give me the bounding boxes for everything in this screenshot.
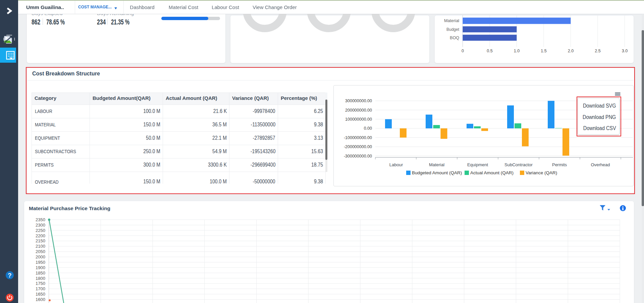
- svg-text:2250: 2250: [36, 228, 45, 233]
- svg-text:0.5: 0.5: [487, 49, 492, 53]
- svg-text:2000: 2000: [36, 254, 45, 259]
- svg-text:2.0: 2.0: [568, 49, 574, 53]
- svg-text:1800: 1800: [36, 276, 45, 281]
- svg-text:1650: 1650: [36, 292, 45, 297]
- svg-text:2150: 2150: [36, 238, 45, 243]
- svg-text:1700: 1700: [36, 286, 45, 291]
- svg-text:2300: 2300: [36, 223, 45, 228]
- svg-text:0: 0: [462, 49, 464, 53]
- svg-text:2350: 2350: [36, 217, 45, 222]
- svg-text:Budget: Budget: [446, 27, 459, 32]
- svg-text:Material: Material: [444, 18, 459, 23]
- svg-text:2200: 2200: [36, 233, 45, 238]
- svg-text:2050: 2050: [36, 249, 45, 254]
- svg-text:1900: 1900: [36, 265, 45, 270]
- svg-text:BOQ: BOQ: [450, 35, 459, 40]
- svg-text:2100: 2100: [36, 244, 45, 249]
- svg-text:1600: 1600: [36, 297, 45, 302]
- svg-text:1.0: 1.0: [514, 49, 520, 53]
- svg-text:1950: 1950: [36, 260, 45, 265]
- svg-text:2.5: 2.5: [595, 49, 600, 53]
- svg-text:1850: 1850: [36, 270, 45, 276]
- svg-text:3.0: 3.0: [622, 49, 628, 53]
- svg-text:?: ?: [8, 272, 11, 279]
- svg-text:1750: 1750: [36, 281, 45, 286]
- svg-text:1.5: 1.5: [541, 49, 546, 53]
